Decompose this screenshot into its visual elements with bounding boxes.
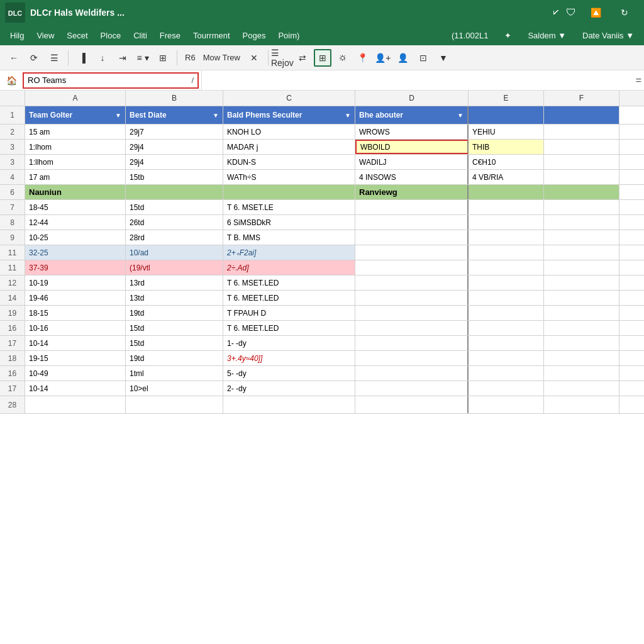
- cell-16B[interactable]: 15td: [126, 321, 223, 335]
- home-icon[interactable]: 🏠: [3, 72, 20, 89]
- cell-4B[interactable]: 15tb: [126, 170, 223, 184]
- square-button[interactable]: ⊡: [414, 49, 432, 67]
- cell-2F[interactable]: [544, 125, 619, 139]
- back-button[interactable]: ←: [5, 49, 23, 67]
- cell-17A[interactable]: 10-14: [25, 336, 126, 350]
- formula-end-icon[interactable]: =: [636, 75, 641, 86]
- cell-3aA[interactable]: 1:lhom: [25, 140, 126, 154]
- close-formula-button[interactable]: ✕: [245, 49, 263, 67]
- cell-3aF[interactable]: [544, 140, 619, 154]
- format-button[interactable]: ▐: [74, 49, 91, 67]
- cell-11aE[interactable]: [469, 245, 544, 260]
- align-button[interactable]: ≡ ▾: [134, 49, 152, 67]
- cell-14C[interactable]: T 6. MEET.LED: [223, 291, 355, 305]
- cell-1B[interactable]: Best Diate▼: [126, 106, 223, 124]
- col-header-B[interactable]: B: [126, 91, 223, 106]
- cell-17bB[interactable]: 10>el: [126, 381, 223, 396]
- cell-3bE[interactable]: C€H10: [469, 155, 544, 169]
- cell-14A[interactable]: 19-46: [25, 291, 126, 305]
- cell-12B[interactable]: 13rd: [126, 275, 223, 290]
- cell-28F[interactable]: [544, 396, 619, 413]
- cell-18F[interactable]: [544, 351, 619, 365]
- cell-4D[interactable]: 4 INSOWS: [355, 170, 469, 184]
- cell-8F[interactable]: [544, 215, 619, 230]
- cell-6A[interactable]: Nauniun: [25, 185, 126, 199]
- col-header-F[interactable]: F: [544, 91, 619, 106]
- cell-9C[interactable]: T B. MMS: [223, 230, 355, 245]
- list-button[interactable]: ☰: [45, 49, 63, 67]
- cell-16bA[interactable]: 10-49: [25, 366, 126, 380]
- cell-19F[interactable]: [544, 306, 619, 320]
- cell-3bD[interactable]: WADILJ: [355, 155, 469, 169]
- more-button[interactable]: ▼: [435, 49, 452, 67]
- cell-19A[interactable]: 18-15: [25, 306, 126, 320]
- cell-18E[interactable]: [469, 351, 544, 365]
- cell-7A[interactable]: 18-45: [25, 200, 126, 214]
- cell-4A[interactable]: 17 am: [25, 170, 126, 184]
- cell-1F[interactable]: [544, 106, 619, 124]
- formula-content[interactable]: [201, 70, 633, 90]
- cell-17C[interactable]: 1- -dy: [223, 336, 355, 350]
- user-add-button[interactable]: 👤+: [374, 49, 392, 67]
- cell-7F[interactable]: [544, 200, 619, 214]
- cell-28B[interactable]: [126, 396, 223, 413]
- cell-9E[interactable]: [469, 230, 544, 245]
- cell-1A[interactable]: Team Golter▼: [25, 106, 126, 124]
- user-name[interactable]: Saldem ▼: [523, 28, 571, 43]
- cell-14D[interactable]: [355, 291, 469, 305]
- cell-28D[interactable]: [355, 396, 469, 413]
- cell-3bA[interactable]: 1:llhom: [25, 155, 126, 169]
- cell-16bE[interactable]: [469, 366, 544, 380]
- menu-secet[interactable]: Secet: [62, 28, 92, 43]
- cell-12E[interactable]: [469, 275, 544, 290]
- cell-16D[interactable]: [355, 321, 469, 335]
- cell-17D[interactable]: [355, 336, 469, 350]
- cell-7D[interactable]: [355, 200, 469, 214]
- menu-view[interactable]: View: [31, 28, 59, 43]
- menu-frese[interactable]: Frese: [155, 28, 186, 43]
- menu-poges[interactable]: Poges: [238, 28, 271, 43]
- menu-tourrment[interactable]: Tourrment: [188, 28, 235, 43]
- cell-17B[interactable]: 15td: [126, 336, 223, 350]
- cell-1C[interactable]: Bald Phems Seculter▼: [223, 106, 355, 124]
- cell-16F[interactable]: [544, 321, 619, 335]
- date-info[interactable]: Date Vaniis ▼: [577, 28, 639, 43]
- name-box-edit-icon[interactable]: /: [191, 75, 194, 85]
- refresh-button[interactable]: ⟳: [25, 49, 43, 67]
- cell-9B[interactable]: 28rd: [126, 230, 223, 245]
- menu-cliti[interactable]: Cliti: [128, 28, 152, 43]
- tab-button[interactable]: ⇥: [114, 49, 131, 67]
- cell-8E[interactable]: [469, 215, 544, 230]
- cell-4E[interactable]: 4 VB/RIA: [469, 170, 544, 184]
- cell-6E[interactable]: [469, 185, 544, 199]
- cell-28A[interactable]: [25, 396, 126, 413]
- cell-17bA[interactable]: 10-14: [25, 381, 126, 396]
- cell-11aC[interactable]: 2+₊F2ai]: [223, 245, 355, 260]
- col-header-E[interactable]: E: [469, 91, 544, 106]
- cell-3bF[interactable]: [544, 155, 619, 169]
- cell-1E[interactable]: [469, 106, 544, 124]
- cell-14F[interactable]: [544, 291, 619, 305]
- cell-12D[interactable]: [355, 275, 469, 290]
- menu-hilg[interactable]: Hilg: [5, 28, 29, 43]
- settings-button[interactable]: ⛭: [334, 49, 352, 67]
- cell-8B[interactable]: 26td: [126, 215, 223, 230]
- cell-11bE[interactable]: [469, 260, 544, 275]
- list2-button[interactable]: ☰ Rejov: [274, 49, 291, 67]
- cell-18C[interactable]: 3+.4y≈40]]: [223, 351, 355, 365]
- cell-11aD[interactable]: [355, 245, 469, 260]
- cell-18A[interactable]: 19-15: [25, 351, 126, 365]
- menu-ploce[interactable]: Ploce: [96, 28, 126, 43]
- cell-11bA[interactable]: 37-39: [25, 260, 126, 275]
- cell-2C[interactable]: KNOH LO: [223, 125, 355, 139]
- cell-12A[interactable]: 10-19: [25, 275, 126, 290]
- cell-14E[interactable]: [469, 291, 544, 305]
- cell-17bF[interactable]: [544, 381, 619, 396]
- cell-11bD[interactable]: [355, 260, 469, 275]
- table-icon-button[interactable]: ⊞: [314, 49, 331, 67]
- cell-1D[interactable]: Bhe abouter▼: [355, 106, 469, 124]
- cell-3aC[interactable]: MADAR j: [223, 140, 355, 154]
- cell-3bB[interactable]: 29j4: [126, 155, 223, 169]
- cell-17F[interactable]: [544, 336, 619, 350]
- col-header-D[interactable]: D: [355, 91, 469, 106]
